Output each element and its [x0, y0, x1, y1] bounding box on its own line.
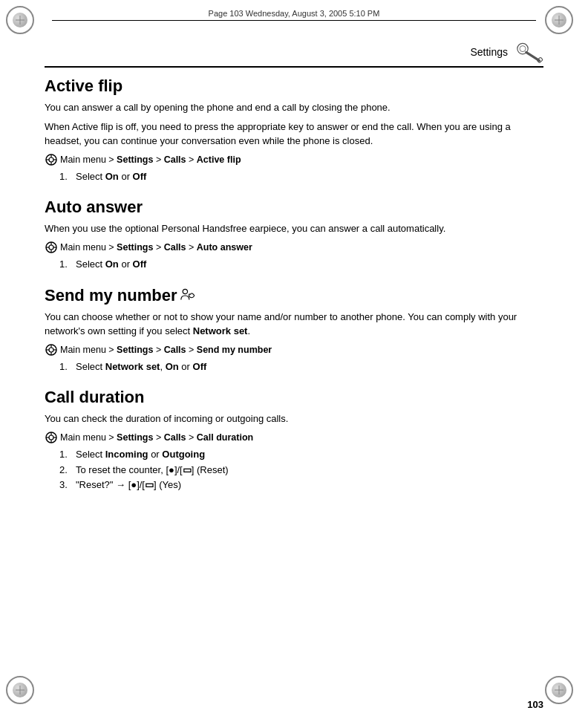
corner-decoration-tr — [545, 6, 582, 43]
svg-point-5 — [49, 157, 53, 162]
step-item: 1. Select On or Off — [59, 257, 543, 273]
page-number: 103 — [527, 699, 543, 710]
active-flip-heading: Active flip — [45, 77, 543, 96]
auto-answer-nav: Main menu > Settings > Calls > Auto answ… — [45, 241, 543, 254]
active-flip-nav: Main menu > Settings > Calls > Active fl… — [45, 153, 543, 166]
step-item: 3. "Reset?" → [●]/[▭] (Yes) — [59, 478, 543, 493]
top-meta-bar: Page 103 Wednesday, August 3, 2005 5:10 … — [52, 9, 536, 21]
settings-header-title: Settings — [470, 46, 508, 58]
nav-icon-auto-answer — [45, 241, 58, 254]
call-duration-steps: 1. Select Incoming or Outgoing 2. To res… — [45, 447, 543, 493]
svg-point-1 — [520, 46, 526, 52]
corner-decoration-bl — [6, 676, 43, 713]
nav-icon-active-flip — [45, 153, 58, 166]
auto-answer-steps: 1. Select On or Off — [45, 257, 543, 273]
active-flip-body1: You can answer a call by opening the pho… — [45, 100, 543, 115]
person-phone-icon — [180, 287, 196, 304]
active-flip-steps: 1. Select On or Off — [45, 169, 543, 185]
active-flip-body2: When Active flip is off, you need to pre… — [45, 120, 543, 149]
section-auto-answer: Auto answer When you use the optional Pe… — [45, 198, 543, 272]
step-item: 2. To reset the counter, [●]/[▭] (Reset) — [59, 463, 543, 478]
nav-icon-send-my-number — [45, 343, 58, 357]
auto-answer-nav-text: Main menu > Settings > Calls > Auto answ… — [60, 242, 252, 253]
settings-header: Settings — [45, 41, 543, 68]
svg-point-16 — [183, 289, 188, 293]
call-duration-body1: You can check the duration of incoming o… — [45, 411, 543, 426]
wrench-icon — [514, 41, 543, 63]
call-duration-nav: Main menu > Settings > Calls > Call dura… — [45, 431, 543, 444]
auto-answer-heading: Auto answer — [45, 198, 543, 217]
send-my-number-nav: Main menu > Settings > Calls > Send my n… — [45, 343, 543, 357]
corner-decoration-tl — [6, 6, 43, 43]
call-duration-heading: Call duration — [45, 388, 543, 407]
section-call-duration: Call duration You can check the duration… — [45, 388, 543, 493]
svg-point-24 — [49, 435, 53, 440]
nav-icon-call-duration — [45, 431, 58, 444]
svg-point-11 — [49, 245, 53, 250]
content-area: Settings Active flip You can answer a ca… — [45, 41, 543, 682]
meta-text: Page 103 Wednesday, August 3, 2005 5:10 … — [209, 9, 380, 18]
step-item: 1. Select Incoming or Outgoing — [59, 447, 543, 463]
corner-decoration-br — [545, 676, 582, 713]
section-send-my-number: Send my number You can choose whether or… — [45, 286, 543, 375]
svg-point-18 — [49, 348, 53, 352]
send-my-number-body1: You can choose whether or not to show yo… — [45, 310, 543, 339]
send-my-number-nav-text: Main menu > Settings > Calls > Send my n… — [60, 345, 272, 355]
active-flip-nav-text: Main menu > Settings > Calls > Active fl… — [60, 154, 241, 165]
page-container: Page 103 Wednesday, August 3, 2005 5:10 … — [0, 0, 588, 719]
send-my-number-heading: Send my number — [45, 286, 543, 305]
step-item: 1. Select On or Off — [59, 169, 543, 185]
step-item: 1. Select Network set, On or Off — [59, 360, 543, 375]
auto-answer-body1: When you use the optional Personal Hands… — [45, 221, 543, 236]
call-duration-nav-text: Main menu > Settings > Calls > Call dura… — [60, 432, 253, 443]
section-active-flip: Active flip You can answer a call by ope… — [45, 77, 543, 184]
send-my-number-steps: 1. Select Network set, On or Off — [45, 360, 543, 375]
